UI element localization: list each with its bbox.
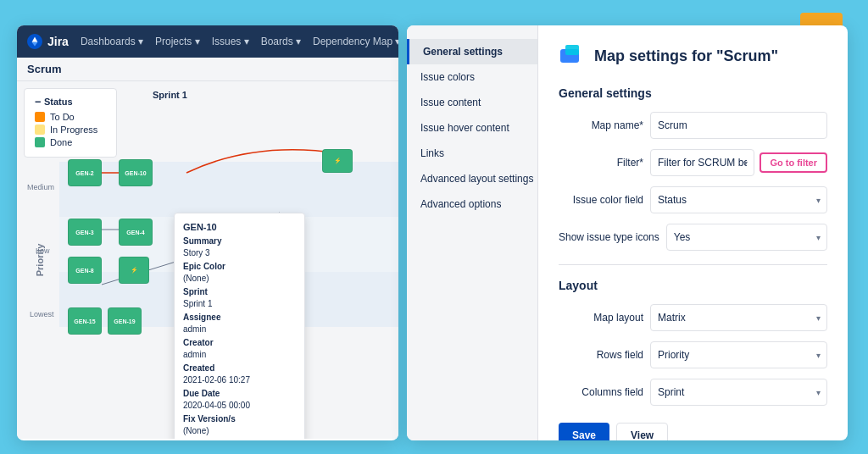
issue-tooltip: GEN-10 SummaryStory 3 Epic Color(None) S… (174, 213, 305, 439)
jira-logo: Jira (25, 32, 69, 51)
filter-select[interactable]: Filter for SCRUM board (650, 149, 754, 176)
issue-color-select[interactable]: Status (650, 186, 827, 213)
issue-gen-15[interactable]: GEN-15 (68, 307, 102, 335)
tooltip-sprint: SprintSprint 1 (183, 286, 296, 310)
columns-field-label: Columns field (559, 386, 643, 398)
save-button[interactable]: Save (559, 423, 609, 440)
issue-color-label: Issue color field (559, 194, 643, 206)
issue-gen-10[interactable]: GEN-10 (119, 159, 153, 186)
issue-gen-2[interactable]: GEN-2 (68, 159, 102, 186)
tooltip-summary: SummaryStory 3 (183, 235, 296, 259)
jira-nav: Jira Dashboards ▾ Projects ▾ Issues ▾ Bo… (17, 25, 398, 58)
board-content: ‒ Status To Do In Progress Done Priority… (17, 81, 398, 439)
rows-field-row: Rows field Priority ▾ (559, 341, 827, 368)
go-to-filter-button[interactable]: Go to filter (760, 152, 827, 173)
issue-gen-16[interactable]: GEN-19 (108, 307, 142, 335)
settings-nav-general[interactable]: General settings (407, 39, 537, 64)
show-icons-select[interactable]: Yes (666, 224, 827, 251)
issue-gen-4[interactable]: GEN-4 (119, 219, 153, 246)
rows-field-select[interactable]: Priority (650, 341, 827, 368)
priority-low: Low (36, 246, 50, 255)
settings-nav-issue-hover[interactable]: Issue hover content (407, 115, 537, 141)
settings-page-title: Map settings for "Scrum" (594, 47, 778, 65)
layout-section-title: Layout (559, 279, 827, 292)
priority-lowest: Lowest (30, 310, 54, 318)
map-layout-label: Map layout (559, 312, 643, 324)
general-settings-title: General settings (559, 86, 827, 100)
nav-projects[interactable]: Projects ▾ (155, 36, 200, 47)
rows-field-label: Rows field (559, 349, 643, 361)
action-buttons: Save View (559, 423, 827, 440)
settings-sidebar: General settings Issue colors Issue cont… (407, 25, 538, 440)
board-title: Scrum (17, 58, 398, 81)
tooltip-assignee: Assigneeadmin (183, 312, 296, 335)
legend-done: Done (35, 137, 106, 147)
nav-dashboards[interactable]: Dashboards ▾ (81, 36, 143, 47)
view-button[interactable]: View (616, 423, 668, 440)
sprint-label: Sprint 1 (153, 90, 187, 100)
board-legend: ‒ Status To Do In Progress Done (24, 88, 117, 158)
settings-nav-advanced-layout[interactable]: Advanced layout settings (407, 166, 537, 191)
tooltip-creator: Creatoradmin (183, 337, 296, 361)
jira-board-panel: Jira Dashboards ▾ Projects ▾ Issues ▾ Bo… (17, 25, 398, 440)
tooltip-fix-version: Fix Version/s(None) (183, 413, 296, 437)
columns-field-row: Columns field Sprint ▾ (559, 379, 827, 406)
tooltip-issue-id: GEN-10 (183, 222, 296, 232)
tooltip-epic-color: Epic Color(None) (183, 261, 296, 285)
show-icons-label: Show issue type icons (559, 231, 659, 243)
settings-header-icon (559, 42, 586, 69)
legend-inprogress: In Progress (35, 125, 106, 135)
priority-medium: Medium (27, 183, 54, 191)
tooltip-created: Created2021-02-06 10:27 (183, 363, 296, 386)
issue-color-row: Issue color field Status ▾ (559, 186, 827, 213)
issue-gen-3[interactable]: GEN-3 (68, 219, 102, 246)
issue-right-1[interactable]: ⚡ (322, 149, 353, 173)
issue-gen-8[interactable]: GEN-8 (68, 257, 102, 284)
map-name-label: Map name* (559, 119, 643, 131)
legend-title: ‒ Status (35, 96, 106, 107)
map-name-row: Map name* (559, 112, 827, 139)
show-icons-row: Show issue type icons Yes ▾ (559, 224, 827, 251)
settings-nav-issue-content[interactable]: Issue content (407, 90, 537, 115)
settings-nav-links[interactable]: Links (407, 141, 537, 166)
columns-field-select[interactable]: Sprint (650, 379, 827, 406)
tooltip-due-date: Due Date2020-04-05 00:00 (183, 388, 296, 412)
settings-header: Map settings for "Scrum" (559, 42, 827, 69)
filter-label: Filter* (559, 157, 643, 169)
nav-boards[interactable]: Boards ▾ (261, 36, 301, 47)
settings-nav-advanced-options[interactable]: Advanced options (407, 191, 537, 217)
issue-mid-row[interactable]: ⚡ (119, 257, 149, 284)
settings-main-content: Map settings for "Scrum" General setting… (538, 25, 848, 440)
map-name-input[interactable] (650, 112, 827, 139)
nav-dependency-map[interactable]: Dependency Map ▾ (313, 36, 398, 47)
section-divider (559, 264, 827, 265)
settings-panel: General settings Issue colors Issue cont… (407, 25, 848, 440)
map-layout-row: Map layout Matrix ▾ (559, 304, 827, 331)
svg-rect-9 (565, 45, 579, 55)
settings-nav-issue-colors[interactable]: Issue colors (407, 64, 537, 90)
nav-issues[interactable]: Issues ▾ (212, 36, 249, 47)
map-layout-select[interactable]: Matrix (650, 304, 827, 331)
filter-row: Filter* Filter for SCRUM board ▾ Go to f… (559, 149, 827, 176)
legend-todo: To Do (35, 112, 106, 122)
